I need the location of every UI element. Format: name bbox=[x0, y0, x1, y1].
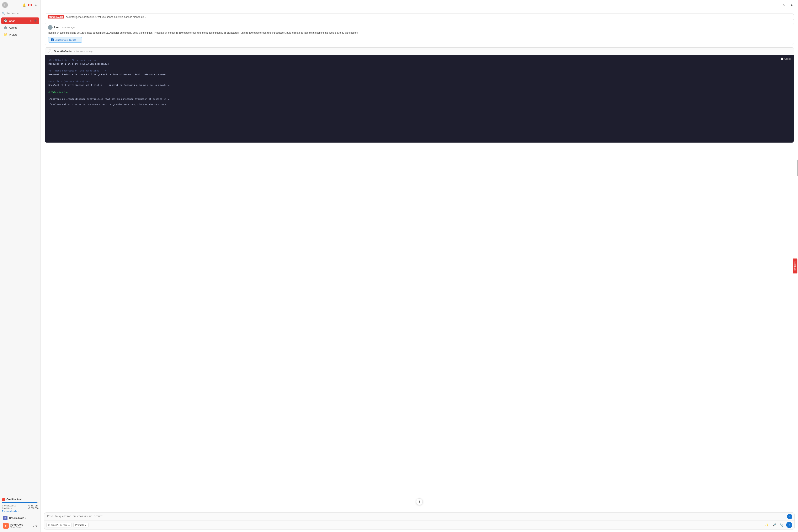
input-box: ✓ ⬡ OpenAI o3-mini ∧ Prompts ⌄ ✨ bbox=[44, 512, 795, 530]
code-content: <!-- Méta titre (60 caractères) -->DeepS… bbox=[49, 59, 790, 107]
sidebar-item-chat-label: Chat bbox=[9, 19, 15, 22]
user-message: L Lee 2 minutes ago Rédige un texte plus… bbox=[45, 23, 794, 45]
workspace-plan: Team Starter bbox=[11, 526, 31, 529]
search-label: Rechercher bbox=[6, 12, 19, 15]
inline-send-button[interactable]: ✓ bbox=[787, 514, 792, 519]
inline-send-icon: ✓ bbox=[788, 515, 791, 518]
download-button[interactable]: ⬇ bbox=[789, 2, 795, 8]
wand-icon: ✨ bbox=[765, 523, 768, 527]
model-selector[interactable]: ⬡ OpenAI o3-mini ∧ bbox=[46, 522, 72, 528]
credit-remaining-label: Crédit restant : bbox=[2, 505, 16, 507]
add-chat-icon[interactable]: ➕ bbox=[34, 19, 37, 22]
history-icon[interactable]: ⏱ bbox=[30, 19, 33, 22]
main-content: ↻ ⬇ Youtube Audio de l'intelligence arti… bbox=[41, 0, 798, 532]
credit-bar-bg bbox=[2, 502, 38, 503]
credit-bar-fill bbox=[2, 502, 37, 503]
ai-response-header: ⬡ OpenAI o3-mini a few seconds ago bbox=[45, 48, 794, 55]
code-block: 📋 Copier <!-- Méta titre (60 caractères)… bbox=[45, 55, 794, 142]
ai-response: ⬡ OpenAI o3-mini a few seconds ago 📋 Cop… bbox=[45, 48, 794, 143]
collapse-icon[interactable]: » bbox=[34, 2, 38, 7]
copy-button[interactable]: 📋 Copier bbox=[781, 57, 791, 60]
user-message-time: 2 minutes ago bbox=[60, 26, 75, 29]
export-gdocs-button[interactable]: G Exporter vers GDocs → bbox=[48, 37, 82, 43]
openai-selector-icon: ⬡ bbox=[48, 524, 50, 526]
sidebar-item-projects[interactable]: 📁 Projets bbox=[1, 31, 39, 38]
sidebar-item-projects-label: Projets bbox=[9, 33, 17, 36]
sidebar: L 🔔 99 » 🔍 Rechercher 💬 Chat ⏱ ➕ 🤖 Agent… bbox=[0, 0, 41, 532]
openai-icon: ⬡ bbox=[48, 49, 52, 53]
scroll-down-button[interactable]: ⬇ bbox=[416, 498, 423, 505]
projects-nav-icon: 📁 bbox=[4, 33, 7, 36]
help-label: Besoin d'aide ? bbox=[9, 517, 26, 519]
youtube-banner: Youtube Audio de l'intelligence artifici… bbox=[45, 14, 794, 20]
notification-badge: 99 bbox=[28, 4, 32, 6]
paperclip-icon: 📎 bbox=[780, 523, 783, 527]
input-area: ✓ ⬡ OpenAI o3-mini ∧ Prompts ⌄ ✨ bbox=[41, 510, 798, 532]
prompts-button[interactable]: Prompts ⌄ bbox=[73, 522, 89, 528]
export-arrow-icon: → bbox=[77, 39, 80, 41]
credit-total-label: Crédit total : bbox=[2, 507, 13, 510]
search-icon: 🔍 bbox=[2, 12, 5, 15]
credit-details-link[interactable]: Plus de details → bbox=[2, 510, 38, 512]
send-icon: ↑ bbox=[788, 523, 790, 527]
prompts-chevron-icon: ⌄ bbox=[85, 524, 87, 526]
credit-icon: 🟥 bbox=[2, 498, 5, 501]
avatar[interactable]: L bbox=[2, 2, 8, 8]
workspace-icon: F bbox=[3, 523, 9, 529]
credit-total-row: Crédit total : 45 000 000 bbox=[2, 507, 38, 510]
feedback-label: Feedback bbox=[794, 261, 796, 271]
credit-remaining-value: 43 667 958 bbox=[28, 505, 38, 507]
user-message-meta: L Lee 2 minutes ago bbox=[48, 25, 791, 30]
copy-icon: 📋 bbox=[781, 57, 783, 60]
model-chevron-icon: ∧ bbox=[68, 524, 70, 526]
sidebar-header-icons: 🔔 99 » bbox=[22, 2, 38, 7]
gdocs-icon: G bbox=[51, 38, 54, 41]
mic-button[interactable]: 🎤 bbox=[771, 522, 777, 528]
sidebar-item-agents-label: Agents bbox=[9, 26, 17, 29]
credit-title: 🟥 Crédit actuel bbox=[2, 498, 38, 501]
toolbar-right: ✨ 🎤 📎 ↑ bbox=[764, 522, 792, 528]
sidebar-bottom: 🟥 Crédit actuel Crédit restant : 43 667 … bbox=[0, 496, 40, 532]
credit-title-label: Crédit actuel bbox=[6, 498, 22, 501]
sidebar-nav: 💬 Chat ⏱ ➕ 🤖 Agents 📁 Projets bbox=[0, 16, 40, 39]
user-message-text: Rédige un texte plus long de 1500 mots e… bbox=[48, 31, 791, 35]
youtube-banner-text: de l'intelligence artificielle. C'est un… bbox=[66, 16, 147, 19]
help-section[interactable]: D Besoin d'aide ? bbox=[2, 515, 38, 521]
model-selector-label: OpenAI o3-mini bbox=[51, 524, 67, 526]
workspace-info: Futur Corp Team Starter bbox=[11, 523, 31, 529]
attachment-button[interactable]: 📎 bbox=[779, 522, 784, 528]
credit-total-value: 45 000 000 bbox=[28, 507, 38, 510]
input-toolbar: ⬡ OpenAI o3-mini ∧ Prompts ⌄ ✨ 🎤 bbox=[44, 520, 795, 529]
youtube-icon: Youtube Audio bbox=[48, 15, 64, 19]
prompts-label: Prompts bbox=[75, 524, 84, 526]
download-icon: ⬇ bbox=[791, 3, 793, 7]
workspace-expand-icon[interactable]: ⌄ bbox=[33, 524, 35, 527]
send-button[interactable]: ↑ bbox=[786, 522, 792, 528]
ai-response-time: a few seconds ago bbox=[74, 50, 93, 53]
chat-area[interactable]: Youtube Audio de l'intelligence artifici… bbox=[41, 10, 798, 510]
user-message-name: Lee bbox=[54, 26, 59, 29]
sidebar-item-agents[interactable]: 🤖 Agents bbox=[1, 24, 39, 31]
feedback-tab[interactable]: Feedback bbox=[793, 259, 797, 273]
sidebar-item-chat[interactable]: 💬 Chat ⏱ ➕ bbox=[1, 17, 39, 24]
chat-nav-icon: 💬 bbox=[4, 19, 7, 22]
wand-button[interactable]: ✨ bbox=[764, 522, 770, 528]
chat-header: ↻ ⬇ bbox=[41, 0, 798, 10]
right-scrollbar[interactable] bbox=[797, 159, 798, 176]
credit-section: 🟥 Crédit actuel Crédit restant : 43 667 … bbox=[2, 498, 38, 512]
bell-icon[interactable]: 🔔 bbox=[22, 2, 27, 7]
sidebar-header: L 🔔 99 » bbox=[0, 0, 40, 10]
refresh-button[interactable]: ↻ bbox=[781, 2, 787, 8]
input-row-wrapper: ✓ bbox=[44, 513, 795, 520]
copy-btn-label: Copier bbox=[784, 58, 791, 60]
chat-nav-actions: ⏱ ➕ bbox=[30, 19, 37, 22]
mic-icon: 🎤 bbox=[773, 523, 776, 527]
credit-remaining-row: Crédit restant : 43 667 958 bbox=[2, 505, 38, 507]
ai-model-name: OpenAI o3-mini bbox=[54, 50, 72, 53]
workspace-settings-icon[interactable]: ⚙ bbox=[35, 524, 38, 527]
chat-input[interactable] bbox=[44, 513, 795, 520]
refresh-icon: ↻ bbox=[783, 3, 786, 7]
search-box[interactable]: 🔍 Rechercher bbox=[0, 10, 40, 16]
agents-nav-icon: 🤖 bbox=[4, 26, 7, 29]
workspace-section: F Futur Corp Team Starter ⌄ ⚙ bbox=[2, 521, 38, 530]
